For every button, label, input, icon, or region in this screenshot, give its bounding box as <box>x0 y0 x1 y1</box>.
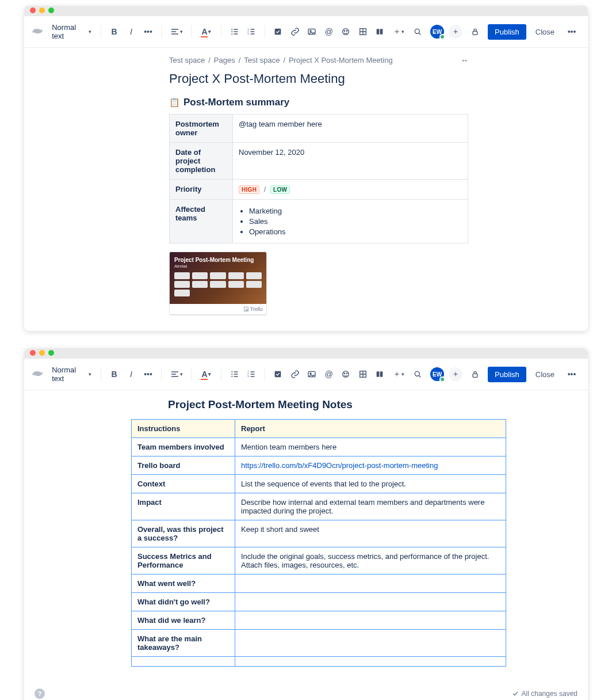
row-label[interactable]: What are the main takeaways? <box>132 630 235 657</box>
row-label[interactable]: Overall, was this project a success? <box>132 520 235 547</box>
window-zoom-dot[interactable] <box>48 350 54 356</box>
teams-label[interactable]: Affected teams <box>170 200 233 244</box>
publish-button[interactable]: Publish <box>488 24 526 40</box>
window-close-dot[interactable] <box>30 7 36 13</box>
mention-button[interactable]: @ <box>322 24 336 40</box>
list-item[interactable]: Operations <box>249 227 462 236</box>
page-title[interactable]: Project Post-Mortem Meeting Notes <box>168 398 506 411</box>
text-color-dropdown[interactable]: A▾ <box>197 366 215 382</box>
link-button[interactable] <box>288 24 302 40</box>
invite-button[interactable]: ＋ <box>449 25 462 39</box>
italic-button[interactable]: I <box>124 24 138 40</box>
table-row[interactable]: What went well? <box>132 575 506 593</box>
align-dropdown[interactable]: ▾ <box>167 366 185 382</box>
row-value[interactable]: Describe how internal and external team … <box>235 493 506 520</box>
row-value[interactable] <box>235 630 506 657</box>
trello-smart-card[interactable]: Project Post-Mortem Meeting Aimtal Trell… <box>169 252 267 315</box>
bullet-list-button[interactable] <box>227 366 242 382</box>
table-button[interactable] <box>355 366 370 382</box>
align-dropdown[interactable]: ▾ <box>167 24 185 40</box>
insert-dropdown[interactable]: ＋▾ <box>389 24 407 40</box>
trello-link[interactable]: https://trello.com/b/xF4D9Ocn/project-po… <box>241 461 438 470</box>
insert-dropdown[interactable]: ＋▾ <box>389 366 407 382</box>
row-label[interactable]: Success Metrics and Performance <box>132 547 235 575</box>
row-value[interactable]: https://trello.com/b/xF4D9Ocn/project-po… <box>235 456 506 475</box>
table-row[interactable]: ImpactDescribe how internal and external… <box>132 493 506 520</box>
notes-table[interactable]: Instructions Report Team members involve… <box>131 419 506 667</box>
mention-button[interactable]: @ <box>322 366 336 382</box>
summary-table[interactable]: Postmortem owner @tag team member here D… <box>169 114 468 244</box>
row-value[interactable] <box>235 593 506 611</box>
window-close-dot[interactable] <box>30 350 36 356</box>
page-title[interactable]: Project X Post-Mortem Meeting <box>169 71 468 86</box>
table-row[interactable]: Overall, was this project a success?Keep… <box>132 520 506 547</box>
table-row[interactable]: What didn't go well? <box>132 593 506 611</box>
row-label[interactable]: What went well? <box>132 575 235 593</box>
row-value[interactable]: Include the original goals, success metr… <box>235 547 506 575</box>
numbered-list-button[interactable]: 123 <box>244 24 258 40</box>
overflow-menu-button[interactable]: ••• <box>564 24 580 40</box>
search-button[interactable] <box>410 366 426 382</box>
text-color-dropdown[interactable]: A▾ <box>197 24 215 40</box>
breadcrumb-space[interactable]: Test space <box>169 56 205 64</box>
bullet-list-button[interactable] <box>227 24 242 40</box>
publish-button[interactable]: Publish <box>488 367 526 382</box>
breadcrumb-space2[interactable]: Test space <box>244 56 280 64</box>
row-label[interactable]: Trello board <box>132 456 235 475</box>
numbered-list-button[interactable]: 123 <box>244 366 258 382</box>
action-item-button[interactable] <box>271 24 285 40</box>
emoji-button[interactable] <box>339 366 353 382</box>
owner-label[interactable]: Postmortem owner <box>170 115 233 143</box>
text-style-dropdown[interactable]: Normal text ▾ <box>48 21 95 43</box>
search-button[interactable] <box>410 24 426 40</box>
col-header-report[interactable]: Report <box>235 420 506 438</box>
link-button[interactable] <box>288 366 302 382</box>
restrictions-button[interactable] <box>467 366 483 382</box>
row-label[interactable]: Context <box>132 475 235 493</box>
user-avatar[interactable]: EW <box>430 25 444 39</box>
table-row[interactable]: Success Metrics and PerformanceInclude t… <box>132 547 506 575</box>
user-avatar[interactable]: EW <box>430 367 444 381</box>
more-formatting-button[interactable]: ••• <box>141 24 155 40</box>
overflow-menu-button[interactable]: ••• <box>564 366 580 382</box>
section-heading[interactable]: 📋 Post-Mortem summary <box>169 97 468 108</box>
window-minimize-dot[interactable] <box>39 350 45 356</box>
help-button[interactable]: ? <box>35 688 45 699</box>
close-button[interactable]: Close <box>531 24 559 40</box>
table-row[interactable]: What are the main takeaways? <box>132 630 506 657</box>
date-value[interactable]: November 12, 2020 <box>233 143 468 180</box>
image-button[interactable] <box>305 24 319 40</box>
table-row[interactable] <box>132 657 506 667</box>
width-toggle-icon[interactable]: ↔ <box>461 56 468 64</box>
row-value[interactable]: Mention team members here <box>235 438 506 456</box>
emoji-button[interactable] <box>339 24 353 40</box>
col-header-instructions[interactable]: Instructions <box>132 420 235 438</box>
row-value[interactable]: List the sequence of events that led to … <box>235 475 506 493</box>
date-label[interactable]: Date of project completion <box>170 143 233 180</box>
table-row[interactable]: ContextList the sequence of events that … <box>132 475 506 493</box>
owner-value[interactable]: @tag team member here <box>233 115 468 143</box>
row-label[interactable] <box>132 657 235 667</box>
priority-value[interactable]: HIGH / LOW <box>233 180 468 200</box>
action-item-button[interactable] <box>271 366 285 382</box>
image-button[interactable] <box>305 366 319 382</box>
more-formatting-button[interactable]: ••• <box>141 366 155 382</box>
table-row[interactable]: Trello boardhttps://trello.com/b/xF4D9Oc… <box>132 456 506 475</box>
row-label[interactable]: Team members involved <box>132 438 235 456</box>
window-minimize-dot[interactable] <box>39 7 45 13</box>
layouts-button[interactable] <box>373 24 387 40</box>
row-label[interactable]: What didn't go well? <box>132 593 235 611</box>
row-value[interactable] <box>235 657 506 667</box>
table-button[interactable] <box>355 24 370 40</box>
row-label[interactable]: Impact <box>132 493 235 520</box>
table-row[interactable]: What did we learn? <box>132 611 506 630</box>
list-item[interactable]: Marketing <box>249 207 462 215</box>
list-item[interactable]: Sales <box>249 217 462 226</box>
teams-value[interactable]: Marketing Sales Operations <box>233 200 468 244</box>
text-style-dropdown[interactable]: Normal text ▾ <box>48 363 95 385</box>
italic-button[interactable]: I <box>124 366 138 382</box>
restrictions-button[interactable] <box>467 24 483 40</box>
breadcrumb-section[interactable]: Pages <box>214 56 235 64</box>
bold-button[interactable]: B <box>107 24 121 40</box>
table-row[interactable]: Team members involvedMention team member… <box>132 438 506 456</box>
